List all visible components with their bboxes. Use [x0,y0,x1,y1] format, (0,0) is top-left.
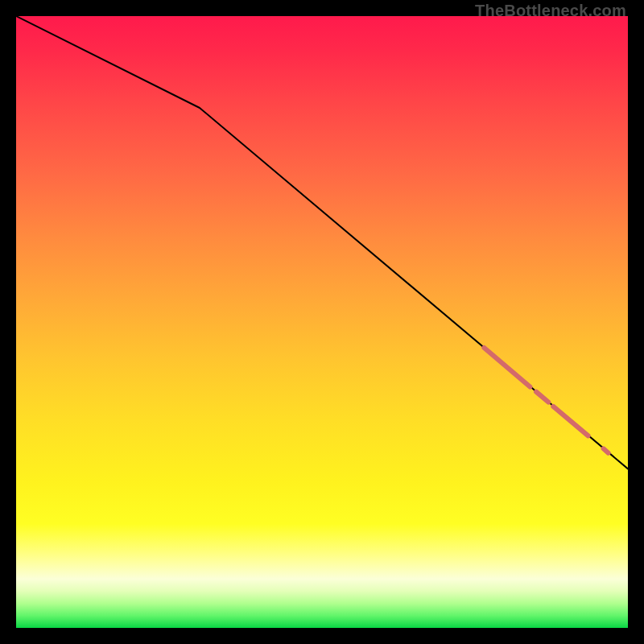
plot-area [16,16,628,628]
highlight-dot-d [604,448,609,452]
highlight-layer [484,348,608,453]
highlight-segment-b [536,392,548,402]
highlight-segment-c [553,407,588,436]
chart-frame: TheBottleneck.com [0,0,644,644]
highlight-segment-a [484,348,530,387]
series-curve [16,16,628,469]
chart-svg [16,16,628,628]
series-layer [16,16,628,469]
